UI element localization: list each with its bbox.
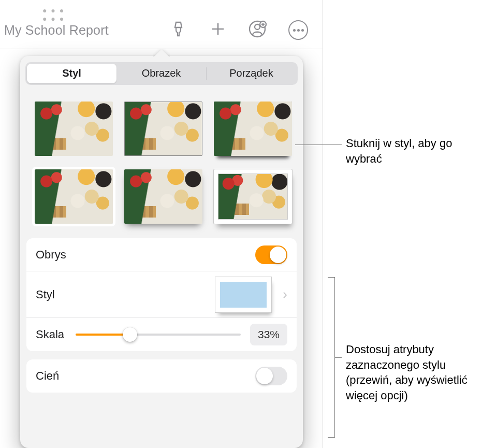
callout-line: [334, 357, 342, 358]
tab-image[interactable]: Obrazek: [116, 64, 206, 83]
format-brush-icon[interactable]: [170, 20, 188, 40]
style-preset[interactable]: [35, 102, 113, 156]
format-tabs: Styl Obrazek Porządek: [25, 62, 298, 85]
style-row[interactable]: Styl ›: [26, 271, 297, 318]
app-window: ● ● ●● ● ● My School Report: [0, 0, 323, 448]
style-options-group: Obrys Styl › Skala 33%: [26, 238, 297, 351]
scale-row: Skala 33%: [26, 318, 297, 351]
callout-text-pick-style: Stuknij w styl, aby go wybrać: [346, 136, 475, 166]
shadow-toggle[interactable]: [255, 367, 287, 385]
plus-icon[interactable]: [210, 21, 226, 39]
callout-line: [295, 144, 342, 145]
collaborate-icon[interactable]: [248, 20, 267, 40]
style-preset[interactable]: [214, 102, 292, 156]
outline-label: Obrys: [36, 248, 66, 262]
style-preset[interactable]: [35, 169, 113, 224]
shadow-options-group: Cień: [26, 359, 297, 393]
style-presets-grid: [20, 85, 303, 238]
tab-arrange[interactable]: Porządek: [207, 64, 296, 83]
document-title: My School Report: [4, 23, 109, 38]
style-label: Styl: [36, 288, 55, 301]
scale-label: Skala: [36, 328, 64, 341]
style-preset[interactable]: [214, 169, 292, 224]
callout-text-adjust-attrs: Dostosuj atrybuty zaznaczonego stylu (pr…: [346, 342, 475, 403]
more-icon[interactable]: [288, 20, 308, 40]
format-popover: Styl Obrazek Porządek Obrys: [20, 56, 303, 448]
style-preset[interactable]: [124, 169, 202, 224]
style-preset[interactable]: [124, 102, 202, 156]
chevron-right-icon: ›: [283, 286, 287, 302]
scale-value[interactable]: 33%: [250, 324, 287, 345]
scale-slider[interactable]: [76, 334, 241, 336]
shadow-row: Cień: [26, 359, 297, 393]
shadow-label: Cień: [36, 369, 59, 383]
outline-row: Obrys: [26, 238, 297, 271]
svg-point-1: [255, 24, 260, 30]
window-drag-dots-icon: ● ● ●● ● ●: [42, 6, 65, 23]
outline-toggle[interactable]: [255, 245, 287, 264]
tab-style[interactable]: Styl: [27, 64, 116, 83]
style-preview-swatch: [215, 277, 271, 312]
